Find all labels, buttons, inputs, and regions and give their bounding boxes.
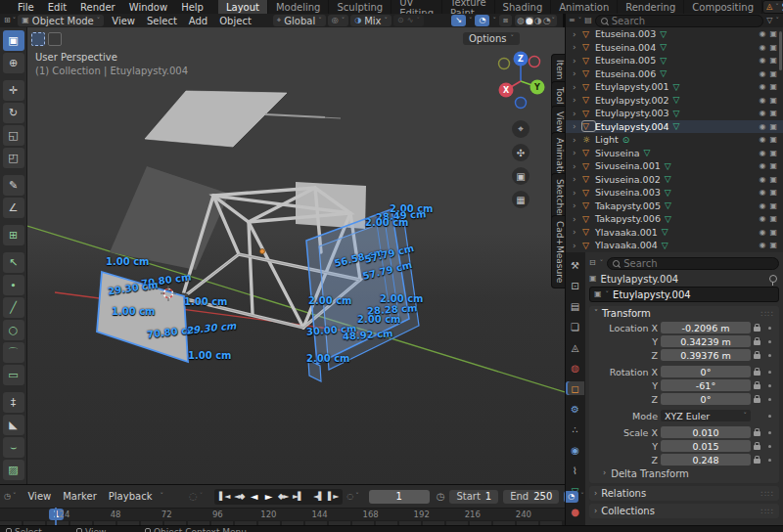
tool-hatch[interactable]: ▨ [3,460,24,480]
grip-icon[interactable]: ∷∷ [761,489,774,499]
viewport-3d[interactable]: 1.00 cm70.80 cm29.30 cm1.00 cm1.00 cm70.… [27,27,565,484]
render-visibility-icon[interactable]: ▣ [769,29,777,38]
properties-tab-constraints[interactable]: ⌇ [566,464,584,477]
outliner-item-sivuseina.001[interactable]: ›▽Sivuseina.001▽◉▣ [565,159,783,173]
workspace-tab-animation[interactable]: Animation [551,0,618,14]
properties-tab-render[interactable]: ⊡ [566,279,584,292]
zoom-button[interactable]: ⌖ [512,120,530,138]
shading-wireframe-icon[interactable]: ◍ [517,17,525,25]
lock-icon[interactable] [754,398,760,403]
render-visibility-icon[interactable]: ▣ [769,201,777,210]
hide-eye-icon[interactable]: ◉ [759,109,765,117]
render-visibility-icon[interactable]: ▣ [769,175,777,184]
outliner-item-etuseina.006[interactable]: ›▽Etuseina.006▽◉▣ [565,67,783,81]
properties-tab-tool[interactable]: ⚒ [566,258,584,272]
relations-panel[interactable]: › Relations ∷∷ [589,486,779,501]
delta-transform-panel[interactable]: › Delta Transform [589,466,779,480]
outliner-item-sivuseina.002[interactable]: ›▽Sivuseina.002▽◉▣ [565,173,783,187]
options-button[interactable]: Options ˅ [463,32,520,45]
expand-icon[interactable]: › [573,148,582,157]
menu-render[interactable]: Render [73,2,122,13]
expand-icon[interactable]: › [573,214,582,224]
animate-dot-icon[interactable] [768,371,771,374]
menu-window[interactable]: Window [122,2,174,13]
render-visibility-icon[interactable]: ▣ [769,214,777,223]
timeline-ruler[interactable]: 1 24487296120144168192216240 [0,508,565,520]
outliner-item-etuylapysty.004[interactable]: ›▽Etuylapysty.004▽◉▣ [565,120,783,134]
properties-tab-output[interactable]: ▤ [566,299,584,313]
lock-icon[interactable] [754,459,760,464]
workspace-tab-layout[interactable]: Layout [218,0,268,14]
properties-tab-material[interactable]: ● [566,505,584,518]
render-visibility-icon[interactable]: ▣ [769,109,777,117]
prev-keyframe-button[interactable]: ◄◆ [232,490,246,504]
outliner-item-etuylapysty.001[interactable]: ›▽Etuylapysty.001▽◉▣ [565,80,783,94]
viewport-menu-add[interactable]: Add [183,16,213,26]
tool-sketch-tweak[interactable]: ↖ [3,252,24,273]
camera-view-button[interactable]: ▣ [512,167,530,185]
tool-measure[interactable]: ∠ [3,198,24,218]
render-visibility-icon[interactable]: ▣ [769,122,777,131]
outliner-item-ylavaaka.001[interactable]: ›▽Ylavaaka.001▽◉▣ [565,226,783,240]
menu-help[interactable]: Help [174,2,210,13]
editor-type-icon[interactable]: ⊞ [4,17,11,24]
display-mode-icon[interactable]: ≡ [569,17,576,24]
frame-back-button[interactable]: ◄▌ [311,490,325,504]
filter-icon[interactable]: ▽ [766,17,772,24]
expand-icon[interactable]: › [573,29,582,39]
properties-tab-particles[interactable]: ∴ [566,422,584,436]
lock-icon[interactable] [754,431,760,436]
chevron-down-icon[interactable]: ˅ [492,18,496,24]
gizmo-neg-z[interactable] [516,98,527,109]
pin-icon[interactable] [769,275,777,283]
tool-transform[interactable]: ◰ [3,148,24,168]
tool-scale[interactable]: ◱ [3,125,24,146]
outliner-item-takapysty.006[interactable]: ›▽Takapysty.006▽◉▣ [565,212,783,226]
shading-material-icon[interactable]: ◑ [534,17,542,25]
grip-icon[interactable]: ∷∷ [761,507,774,516]
render-visibility-icon[interactable]: ▣ [769,188,777,197]
outliner-item-sivuseina[interactable]: ›▽Sivuseina▽◉▣ [565,147,783,160]
navigation-gizmo[interactable]: Z Y X [490,51,551,113]
value-field[interactable]: 0° [661,366,751,377]
lock-icon[interactable] [754,371,760,376]
orientation-dropdown[interactable]: ⌖ Global ˅ [273,15,326,26]
frame-forward-button[interactable]: ▌► [326,490,340,504]
hide-eye-icon[interactable]: ◉ [759,214,765,223]
render-visibility-icon[interactable]: ▣ [769,69,777,78]
start-frame-field[interactable]: Start 1 [449,490,498,504]
play-reverse-button[interactable]: ◄ [247,490,260,504]
expand-icon[interactable]: › [573,200,582,210]
outliner-item-takapysty.005[interactable]: ›▽Takapysty.005▽◉▣ [565,200,783,213]
chevron-down-icon[interactable]: ˅ [552,18,556,24]
pivot-dropdown[interactable]: ◎ ˅ [328,15,348,26]
timeline-menu-view[interactable]: View [22,491,57,502]
fallback-mode-icon[interactable] [48,32,62,46]
value-field[interactable]: -61° [661,379,751,391]
expand-icon[interactable]: › [573,56,582,66]
value-field[interactable]: 0.248 [661,454,751,466]
end-frame-field[interactable]: End 250 [503,490,559,504]
expand-icon[interactable]: › [573,174,582,184]
animate-dot-icon[interactable] [768,354,771,357]
tool-add-rectangle[interactable]: ▭ [3,365,24,385]
workspace-tab-texture-paint[interactable]: Texture Paint [442,0,495,14]
hide-eye-icon[interactable]: ◉ [759,82,765,91]
proportional-toggle[interactable]: ◔ [475,15,489,26]
keying-popover-button[interactable]: ◔ [564,491,578,503]
value-field[interactable]: 0.39376 m [661,349,751,361]
expand-icon[interactable]: › [573,161,582,171]
tool-add-arc[interactable]: ⌒ [3,342,24,363]
tool-select-box[interactable]: ▣ [3,30,24,51]
hide-eye-icon[interactable]: ◉ [759,175,765,184]
hide-eye-icon[interactable]: ◉ [759,56,765,65]
outliner-item-etuseina.004[interactable]: ›▽Etuseina.004▽◉▣ [565,41,783,55]
tool-rotate[interactable]: ↻ [3,103,24,123]
render-visibility-icon[interactable]: ▣ [769,149,777,157]
lock-icon[interactable] [754,340,760,345]
workspace-tab-modeling[interactable]: Modeling [268,0,330,14]
timeline-menu-marker[interactable]: Marker [57,491,103,502]
outliner-item-etuylapysty.002[interactable]: ›▽Etuylapysty.002▽◉▣ [565,94,783,108]
render-visibility-icon[interactable]: ▣ [769,135,777,144]
falloff-dropdown[interactable]: ⊙ ∿ ˅ [393,15,424,26]
